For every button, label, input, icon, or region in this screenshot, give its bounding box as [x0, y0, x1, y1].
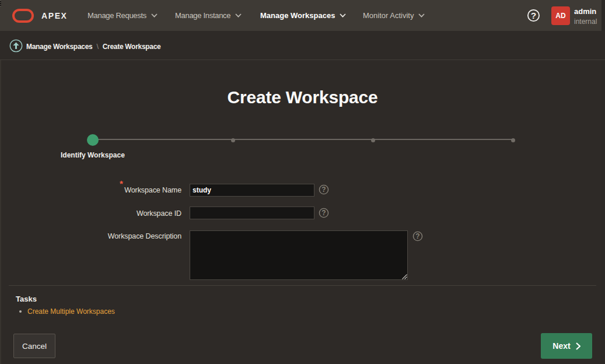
svg-text:?: ? — [321, 209, 326, 217]
svg-text:?: ? — [531, 10, 536, 20]
svg-text:?: ? — [321, 186, 326, 194]
svg-text:?: ? — [415, 232, 419, 240]
